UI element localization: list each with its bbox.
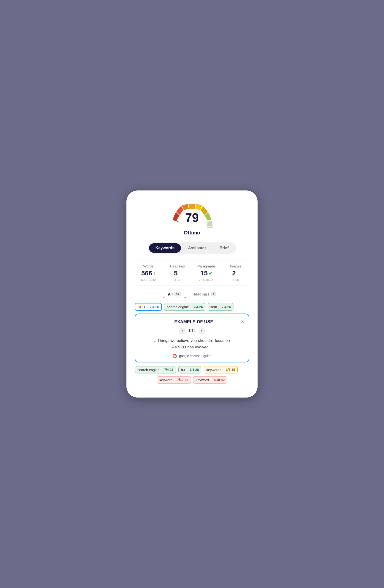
tab-assistant[interactable]: Assistant	[181, 243, 213, 253]
kw-keyword-2-text: keyword	[193, 377, 211, 383]
kw-keyword-2[interactable]: keyword 7/10-40	[193, 376, 227, 383]
keyword-row-2: search engine 7/4-26 h3 7/4-26 keywords …	[135, 366, 249, 374]
kw-search-engine-1[interactable]: search engine 7/4-26	[164, 303, 205, 311]
gauge-score: 79	[185, 211, 199, 224]
keyword-row-3: keyword 7/10-40 keyword 7/10-40	[135, 376, 249, 383]
example-header: EXAMPLE OF USE ×	[140, 319, 244, 325]
example-close-button[interactable]: ×	[241, 319, 244, 325]
stat-headings: Headings 5 ↑ 3-18	[163, 260, 192, 285]
gauge-wrapper: 79	[166, 200, 218, 228]
filter-headings[interactable]: Headings 4	[188, 290, 221, 298]
kw-seo-text: SEO	[135, 303, 148, 310]
kw-h3-text: h3	[179, 366, 187, 373]
kw-search-engine-1-text: search engine	[164, 303, 191, 310]
nav-prev-button[interactable]: ‹	[179, 328, 185, 334]
images-arrow-icon: ↑	[237, 271, 239, 276]
example-box: EXAMPLE OF USE × ‹ 1/14 › ...Things we b…	[135, 314, 249, 362]
tabs-row: Keywords Assistant Brief	[134, 242, 250, 254]
keywords-area: SEO 7/4-26 search engine 7/4-26 sem 7/4-…	[134, 303, 250, 383]
nav-next-button[interactable]: ›	[199, 328, 205, 334]
headings-arrow-icon: ↑	[179, 271, 181, 276]
kw-h3[interactable]: h3 7/4-26	[179, 366, 201, 374]
keyword-row-1: SEO 7/4-26 search engine 7/4-26 sem 7/4-…	[135, 303, 249, 311]
stat-headings-range: 3-18	[165, 278, 190, 281]
stat-images-range: 3-18	[223, 278, 248, 281]
stat-words: Words 566 ↑ 600 - 1240	[134, 260, 163, 285]
gauge-section: 79 Ottimo	[134, 200, 250, 236]
stat-paragraphs-range: At least 14	[194, 278, 219, 281]
filter-all-label: All	[168, 292, 173, 296]
gauge-center: 79	[185, 211, 199, 224]
kw-search-engine-2-text: search engine	[135, 366, 162, 373]
stat-images-label: Images	[223, 264, 248, 268]
kw-seo-count: 7/4-26	[148, 304, 161, 310]
kw-search-engine-2[interactable]: search engine 7/4-26	[135, 366, 176, 374]
phone-container: 79 Ottimo Keywords Assistant Brief Words…	[126, 190, 258, 397]
filter-headings-label: Headings	[192, 292, 209, 296]
kw-keywords[interactable]: keywords 3/6-15	[204, 366, 238, 374]
filter-headings-badge: 4	[211, 292, 216, 296]
tab-keywords[interactable]: Keywords	[149, 243, 181, 253]
kw-keyword-1-count: 7/10-40	[175, 377, 191, 383]
kw-keyword-1[interactable]: keyword 7/10-40	[157, 376, 191, 383]
stat-paragraphs-value: 15 ✔	[194, 270, 219, 277]
example-nav: ‹ 1/14 ›	[140, 328, 244, 334]
paragraphs-check-icon: ✔	[209, 271, 213, 276]
example-source: google.com/seo-guide	[140, 354, 244, 358]
gauge-label: Ottimo	[184, 230, 201, 236]
words-arrow-icon: ↑	[153, 271, 156, 276]
google-icon	[173, 354, 177, 358]
stat-words-range: 600 - 1240	[136, 278, 161, 281]
kw-search-engine-1-count: 7/4-26	[191, 304, 205, 310]
stat-images: Images 2 ↑ 3-18	[221, 260, 250, 285]
filter-all-badge: 32	[174, 292, 181, 296]
kw-seo[interactable]: SEO 7/4-26	[135, 303, 162, 311]
kw-keyword-2-count: 7/10-40	[211, 377, 227, 383]
stat-headings-value: 5 ↑	[165, 270, 190, 277]
example-text: ...Things we believe you shouldn't focus…	[140, 337, 244, 350]
stat-images-value: 2 ↑	[223, 270, 248, 277]
stat-paragraphs-label: Paragraphs	[194, 264, 219, 268]
stat-words-value: 566 ↑	[136, 270, 161, 277]
kw-keyword-1-text: keyword	[157, 377, 175, 383]
kw-sem[interactable]: sem 7/4-26	[208, 303, 233, 311]
stat-paragraphs: Paragraphs 15 ✔ At least 14	[192, 260, 221, 285]
filter-row: All 32 Headings 4	[134, 290, 250, 298]
kw-sem-count: 7/4-26	[219, 304, 233, 310]
tabs-pill: Keywords Assistant Brief	[148, 242, 236, 254]
stat-words-label: Words	[136, 264, 161, 268]
tab-brief[interactable]: Brief	[213, 243, 235, 253]
example-source-url: google.com/seo-guide	[179, 354, 211, 358]
kw-h3-count: 7/4-26	[187, 366, 201, 373]
example-title: EXAMPLE OF USE	[147, 319, 241, 324]
example-keyword-bold: SEO	[178, 345, 186, 349]
kw-keywords-count: 3/6-15	[224, 366, 238, 373]
kw-search-engine-2-count: 7/4-26	[162, 366, 176, 373]
filter-all[interactable]: All 32	[163, 290, 186, 298]
kw-sem-text: sem	[208, 303, 219, 310]
stat-headings-label: Headings	[165, 264, 190, 268]
stats-row: Words 566 ↑ 600 - 1240 Headings 5 ↑ 3-18…	[134, 260, 250, 285]
kw-keywords-text: keywords	[204, 366, 223, 373]
nav-page: 1/14	[188, 329, 196, 333]
